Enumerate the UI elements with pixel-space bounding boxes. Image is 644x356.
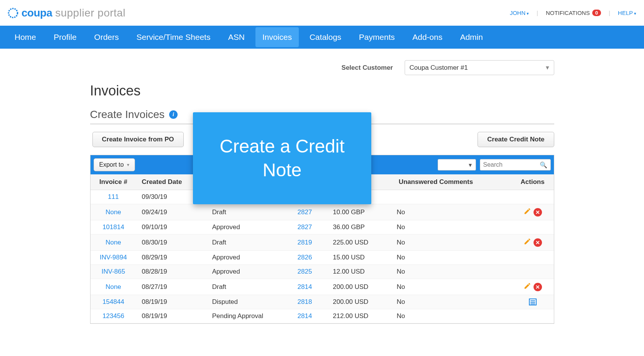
info-icon[interactable]: i — [169, 110, 178, 119]
actions-cell: ✕ — [512, 204, 554, 220]
page-title: Invoices — [90, 83, 554, 99]
edit-icon[interactable] — [524, 207, 531, 217]
create-invoice-from-po-button[interactable]: Create Invoice from PO — [92, 132, 184, 147]
po-link[interactable]: 2827 — [298, 223, 312, 231]
user-name-label: JOHN — [510, 10, 525, 16]
top-right-links: JOHN▾ | NOTIFICATIONS0 | HELP▾ — [510, 10, 636, 16]
nav-add-ons[interactable]: Add-ons — [405, 27, 449, 47]
actions-cell — [512, 190, 554, 204]
created-cell: 08/30/19 — [137, 235, 207, 251]
nav-payments[interactable]: Payments — [352, 27, 402, 47]
total-cell: 12.00 USD — [328, 265, 392, 279]
actions-cell: ✕ — [512, 235, 554, 251]
invoice-link[interactable]: INV-9894 — [100, 254, 127, 261]
created-cell: 08/19/19 — [137, 309, 207, 323]
tutorial-overlay: Create a Credit Note — [193, 112, 371, 204]
total-cell: 225.00 USD — [328, 235, 392, 251]
col-actions[interactable]: Actions — [512, 174, 554, 190]
chevron-down-icon: ▾ — [527, 11, 529, 16]
divider: | — [537, 10, 538, 16]
status-cell: Draft — [207, 204, 292, 220]
total-cell: 36.00 GBP — [328, 220, 392, 235]
invoice-link[interactable]: 101814 — [102, 223, 124, 231]
unanswered-cell: No — [391, 220, 511, 235]
customer-select[interactable]: Coupa Customer #1 ▾ — [405, 60, 554, 75]
unanswered-cell: No — [391, 295, 511, 309]
status-cell: Draft — [207, 235, 292, 251]
create-credit-note-button[interactable]: Create Credit Note — [478, 132, 554, 147]
help-menu[interactable]: HELP▾ — [618, 10, 636, 16]
nav-invoices[interactable]: Invoices — [255, 27, 299, 47]
po-cell: 2825 — [292, 265, 328, 279]
po-link[interactable]: 2826 — [298, 254, 312, 261]
view-select[interactable]: ▾ — [438, 159, 476, 171]
logo-main-text: coupa — [21, 7, 52, 19]
invoice-link[interactable]: None — [105, 283, 121, 290]
nav-service-time-sheets[interactable]: Service/Time Sheets — [130, 27, 217, 47]
po-link[interactable]: 2819 — [298, 239, 312, 246]
unanswered-label-visible: Unanswered Comments — [399, 178, 473, 185]
delete-icon[interactable]: ✕ — [534, 283, 542, 291]
po-link[interactable]: 2814 — [298, 312, 312, 320]
export-to-button[interactable]: Export to ▾ — [94, 158, 135, 171]
status-cell: Pending Approval — [207, 309, 292, 323]
created-cell: 09/24/19 — [137, 204, 207, 220]
actions-cell — [512, 309, 554, 323]
search-icon[interactable]: 🔍 — [540, 161, 547, 169]
user-menu[interactable]: JOHN▾ — [510, 10, 529, 16]
edit-icon[interactable] — [524, 238, 531, 247]
invoice-link[interactable]: INV-865 — [102, 268, 125, 275]
table-row: 15484408/19/19Disputed2818200.00 USDNo — [91, 295, 554, 309]
search-box[interactable]: 🔍 — [480, 159, 551, 171]
edit-icon[interactable] — [524, 282, 531, 292]
po-cell: 2826 — [292, 251, 328, 265]
actions-cell: ✕ — [512, 279, 554, 295]
invoice-link[interactable]: None — [105, 208, 121, 216]
delete-icon[interactable]: ✕ — [534, 208, 542, 217]
created-cell: 08/29/19 — [137, 251, 207, 265]
unanswered-cell: No — [391, 265, 511, 279]
total-cell: 200.00 USD — [328, 295, 392, 309]
actions-cell — [512, 220, 554, 235]
chevron-down-icon: ▾ — [127, 162, 129, 167]
create-invoices-label: Create Invoices — [90, 108, 165, 121]
po-link[interactable]: 2814 — [298, 283, 312, 290]
nav-profile[interactable]: Profile — [47, 27, 84, 47]
select-customer-label: Select Customer — [341, 64, 393, 72]
po-link[interactable]: 2825 — [298, 268, 312, 275]
col-unanswered[interactable]: UnanswUnanswered Comments — [391, 174, 511, 190]
unanswered-cell: No — [391, 251, 511, 265]
nav-orders[interactable]: Orders — [87, 27, 126, 47]
col-invoice[interactable]: Invoice # — [91, 174, 137, 190]
invoice-link[interactable]: 111 — [108, 193, 119, 200]
unanswered-cell: No — [391, 309, 511, 323]
actions-cell — [512, 251, 554, 265]
total-cell: 10.00 GBP — [328, 204, 392, 220]
invoice-link[interactable]: 123456 — [102, 312, 124, 320]
table-row: INV-989408/29/19Approved282615.00 USDNo — [91, 251, 554, 265]
po-cell: 2818 — [292, 295, 328, 309]
po-link[interactable]: 2827 — [298, 208, 312, 216]
nav-home[interactable]: Home — [8, 27, 43, 47]
nav-admin[interactable]: Admin — [453, 27, 490, 47]
po-link[interactable]: 2818 — [298, 298, 312, 305]
table-row: None09/24/19Draft282710.00 GBPNo✕ — [91, 204, 554, 220]
chevron-down-icon: ▾ — [469, 161, 472, 169]
status-cell: Approved — [207, 251, 292, 265]
chevron-down-icon: ▾ — [634, 11, 636, 16]
invoice-link[interactable]: None — [105, 239, 121, 246]
unanswered-cell: No — [391, 204, 511, 220]
created-cell: 08/27/19 — [137, 279, 207, 295]
invoice-link[interactable]: 154844 — [102, 298, 124, 305]
nav-asn[interactable]: ASN — [221, 27, 252, 47]
notifications-link[interactable]: NOTIFICATIONS0 — [546, 10, 601, 16]
main-nav: HomeProfileOrdersService/Time SheetsASNI… — [0, 26, 644, 49]
table-row: 10181409/10/19Approved282736.00 GBPNo — [91, 220, 554, 235]
document-icon[interactable] — [529, 299, 537, 305]
divider: | — [609, 10, 610, 16]
delete-icon[interactable]: ✕ — [534, 238, 542, 247]
nav-catalogs[interactable]: Catalogs — [303, 27, 348, 47]
help-label: HELP — [618, 10, 633, 16]
search-input[interactable] — [483, 161, 537, 168]
table-row: INV-86508/28/19Approved282512.00 USDNo — [91, 265, 554, 279]
